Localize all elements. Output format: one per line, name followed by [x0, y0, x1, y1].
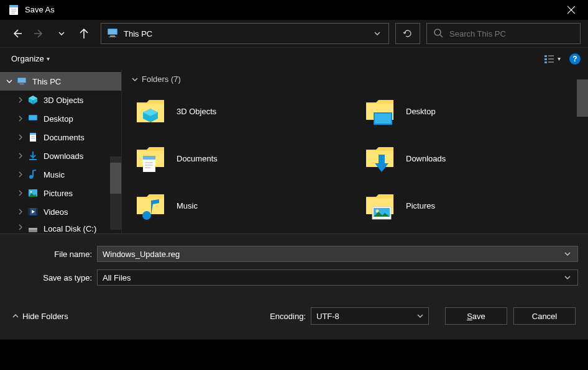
refresh-button[interactable] — [395, 23, 420, 44]
view-options-button[interactable]: ▾ — [541, 52, 563, 66]
navigation-bar: This PC — [0, 20, 588, 47]
desktop-icon — [27, 113, 39, 124]
help-button[interactable]: ? — [569, 53, 581, 65]
forward-button[interactable] — [30, 24, 48, 43]
svg-rect-20 — [18, 78, 25, 83]
folder-label: 3D Objects — [177, 107, 216, 116]
organize-menu[interactable]: Organize ▾ — [7, 52, 53, 66]
folder-label: Music — [177, 201, 198, 210]
search-input[interactable] — [449, 29, 574, 38]
tree-item-desktop[interactable]: Desktop — [0, 109, 121, 128]
saveastype-value: All Files — [103, 273, 131, 282]
folder-documents[interactable]: Documents — [132, 136, 349, 181]
expand-icon[interactable] — [16, 190, 25, 196]
tree-item-pictures[interactable]: Pictures — [0, 184, 121, 202]
folder-label: Pictures — [406, 201, 435, 210]
content-pane: Folders (7) 3D Objects Desktop Documents… — [122, 70, 588, 233]
folder-pictures[interactable]: Pictures — [361, 183, 578, 228]
svg-rect-23 — [29, 115, 37, 120]
svg-rect-8 — [108, 29, 117, 34]
folders-section-header[interactable]: Folders (7) — [132, 74, 578, 84]
folder-music[interactable]: Music — [132, 183, 349, 228]
expand-icon[interactable] — [16, 115, 25, 122]
svg-rect-34 — [36, 208, 38, 215]
svg-rect-1 — [9, 5, 18, 7]
expand-icon[interactable] — [16, 97, 25, 103]
svg-rect-36 — [29, 228, 37, 230]
folder-icon — [134, 189, 167, 222]
tree-label: Videos — [44, 207, 68, 217]
close-button[interactable] — [557, 0, 586, 20]
disk-icon — [27, 224, 39, 233]
tree-item-this-pc[interactable]: This PC — [0, 72, 121, 91]
tree-item-downloads[interactable]: Downloads — [0, 147, 121, 165]
content-scrollbar[interactable] — [577, 70, 588, 233]
folder-icon — [364, 142, 396, 174]
download-icon — [27, 150, 39, 161]
hide-folders-button[interactable]: Hide Folders — [12, 312, 68, 321]
filename-dropdown[interactable] — [563, 251, 572, 257]
folder-desktop[interactable]: Desktop — [361, 89, 578, 133]
tree-label: This PC — [32, 77, 61, 86]
tree-item-music[interactable]: Music — [0, 165, 121, 184]
encoding-select[interactable]: UTF-8 — [311, 307, 429, 325]
saveastype-label: Save as type: — [10, 273, 97, 282]
folder-icon — [134, 230, 167, 233]
address-dropdown-icon[interactable] — [371, 30, 384, 37]
cube-icon — [27, 94, 39, 106]
svg-point-44 — [142, 211, 151, 220]
tree-item-documents[interactable]: Documents — [0, 128, 121, 147]
expand-icon[interactable] — [16, 153, 25, 159]
cancel-button[interactable]: Cancel — [513, 307, 576, 325]
svg-rect-21 — [20, 84, 24, 85]
bottom-panel: File name: Save as type: All Files Hide … — [0, 233, 588, 340]
search-box[interactable] — [426, 23, 581, 44]
folder-clipped[interactable] — [132, 230, 349, 233]
notepad-icon — [7, 4, 20, 16]
svg-point-31 — [30, 191, 32, 193]
recent-locations-button[interactable] — [52, 24, 71, 43]
window-title: Save As — [25, 5, 557, 14]
folder-downloads[interactable]: Downloads — [361, 136, 578, 181]
expand-icon[interactable] — [16, 209, 25, 215]
svg-rect-25 — [30, 133, 36, 135]
up-button[interactable] — [75, 24, 93, 43]
svg-rect-13 — [544, 55, 547, 57]
save-button[interactable]: Save — [445, 307, 507, 325]
encoding-label: Encoding: — [270, 312, 306, 321]
address-bar[interactable]: This PC — [101, 23, 389, 44]
expand-icon[interactable] — [16, 134, 25, 140]
chevron-down-icon — [417, 313, 423, 319]
folder-icon — [364, 95, 396, 127]
toolbar: Organize ▾ ▾ ? — [0, 47, 588, 70]
folder-label: Downloads — [406, 154, 446, 163]
hide-folders-label: Hide Folders — [22, 312, 68, 321]
folder-3d-objects[interactable]: 3D Objects — [132, 89, 349, 133]
tree-item-local-disk[interactable]: Local Disk (C:) — [0, 221, 121, 233]
filename-input[interactable] — [103, 250, 563, 259]
music-icon — [27, 169, 39, 180]
cancel-label: Cancel — [532, 312, 557, 321]
folder-icon — [134, 142, 167, 174]
body-pane: This PC 3D Objects Desktop Documents Dow… — [0, 70, 588, 233]
encoding-value: UTF-8 — [316, 312, 417, 321]
saveastype-select[interactable]: All Files — [97, 269, 578, 286]
svg-point-11 — [434, 29, 441, 35]
tree-label: 3D Objects — [44, 96, 83, 105]
expand-icon[interactable] — [5, 78, 14, 84]
chevron-down-icon — [563, 274, 572, 281]
tree-item-videos[interactable]: Videos — [0, 202, 121, 221]
expand-icon[interactable] — [16, 224, 25, 230]
tree-scrollbar[interactable] — [110, 156, 121, 230]
document-icon — [27, 132, 39, 143]
address-location: This PC — [124, 29, 371, 38]
tree-label: Desktop — [44, 114, 73, 124]
chevron-up-icon — [12, 313, 19, 319]
view-icon — [544, 54, 556, 64]
back-button[interactable] — [7, 24, 26, 43]
chevron-down-icon: ▾ — [558, 55, 561, 62]
expand-icon[interactable] — [16, 171, 25, 178]
organize-label: Organize — [11, 54, 44, 63]
tree-item-3d-objects[interactable]: 3D Objects — [0, 91, 121, 109]
svg-rect-15 — [544, 61, 547, 63]
